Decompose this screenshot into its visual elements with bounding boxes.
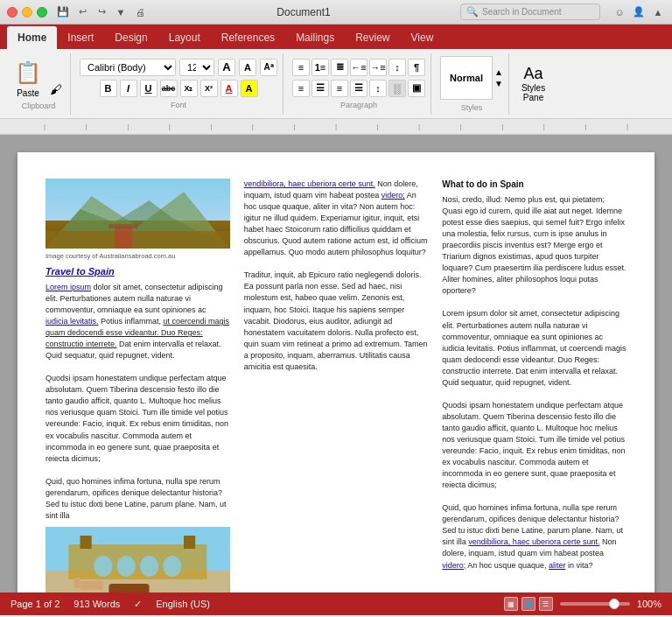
tab-view[interactable]: View xyxy=(401,26,444,49)
smiley-icon[interactable]: ☺ xyxy=(612,5,626,19)
page1-col3: What to do in Spain Nosi, credo, illud: … xyxy=(442,179,626,592)
undo-icon[interactable]: ↩ xyxy=(75,5,89,19)
page-1: Image courtesy of Australiansabroad.com.… xyxy=(18,152,654,592)
traffic-lights xyxy=(7,7,47,18)
indent-decrease-button[interactable]: ←≡ xyxy=(350,59,368,76)
col3-header: What to do in Spain xyxy=(442,179,626,191)
col2-body: vendibiliora, haec uberiora certe sunt. … xyxy=(244,179,429,373)
svg-rect-17 xyxy=(80,581,102,590)
subscript-button[interactable]: X₂ xyxy=(180,80,198,97)
sort-button[interactable]: ↕ xyxy=(388,59,406,76)
svg-point-13 xyxy=(163,556,181,577)
save-icon[interactable]: 💾 xyxy=(56,5,70,19)
col3-body: Nosi, credo, illud: Nemo plus est, qui p… xyxy=(442,194,626,571)
font-shrink-button[interactable]: A xyxy=(239,59,256,76)
zoom-level: 100% xyxy=(637,599,662,609)
numbering-button[interactable]: 1≡ xyxy=(312,59,329,76)
font-grow-button[interactable]: A xyxy=(218,59,235,76)
maximize-button[interactable] xyxy=(37,7,47,18)
tab-review[interactable]: Review xyxy=(345,26,400,49)
svg-point-10 xyxy=(94,556,112,577)
bold-button[interactable]: B xyxy=(100,80,117,97)
underline-button[interactable]: U xyxy=(140,80,158,97)
paragraph-label: Paragraph xyxy=(340,101,377,109)
strikethrough-button[interactable]: abc xyxy=(160,80,178,97)
focus-view[interactable]: ☰ xyxy=(539,597,553,611)
zoom-thumb[interactable] xyxy=(609,599,620,609)
ribbon-group-font: Calibri (Body) 12 A A Aᵃ B I U abc X₂ X²… xyxy=(74,53,284,115)
text-color-button[interactable]: A xyxy=(220,80,238,97)
tab-mailings[interactable]: Mailings xyxy=(285,26,345,49)
pilcrow-button[interactable]: ¶ xyxy=(408,59,425,76)
paste-button[interactable]: 📋 Paste xyxy=(12,57,44,98)
spain-landscape-image xyxy=(46,179,230,249)
page1-col2: vendibiliora, haec uberiora certe sunt. … xyxy=(244,179,429,592)
tab-home[interactable]: Home xyxy=(7,26,57,49)
italic-button[interactable]: I xyxy=(120,80,137,97)
print-icon[interactable]: 🖨 xyxy=(133,5,147,19)
align-center-button[interactable]: ☰ xyxy=(312,80,329,97)
ribbon-tabs: Home Insert Design Layout References Mai… xyxy=(0,25,672,49)
collapse-icon[interactable]: ▲ xyxy=(651,5,665,19)
highlight-color-button[interactable]: A xyxy=(241,80,258,97)
carriage-image xyxy=(46,527,230,592)
search-bar[interactable]: 🔍 Search in Document xyxy=(460,4,600,20)
styles-pane-button[interactable]: Aa Styles Pane xyxy=(518,61,549,106)
svg-rect-14 xyxy=(108,584,149,592)
borders-button[interactable]: ▣ xyxy=(408,80,425,97)
document-area: Image courtesy of Australiansabroad.com.… xyxy=(0,135,672,592)
styles-label: Styles xyxy=(461,103,483,112)
customize-icon[interactable]: ▼ xyxy=(114,5,128,19)
line-spacing-button[interactable]: ↕ xyxy=(369,80,387,97)
minimize-button[interactable] xyxy=(22,7,32,18)
print-layout-view[interactable]: ▦ xyxy=(504,597,518,611)
outline-button[interactable]: ≣ xyxy=(331,59,348,76)
font-selector[interactable]: Calibri (Body) xyxy=(80,59,176,76)
zoom-slider[interactable] xyxy=(560,602,630,606)
font-label: Font xyxy=(171,101,186,109)
share-icon[interactable]: 👤 xyxy=(632,5,646,19)
web-layout-view[interactable]: 🌐 xyxy=(522,597,536,611)
svg-rect-8 xyxy=(80,536,91,549)
title-bar: 💾 ↩ ↪ ▼ 🖨 Document1 🔍 Search in Document… xyxy=(0,0,672,25)
clear-format-button[interactable]: Aᵃ xyxy=(260,59,277,76)
svg-point-11 xyxy=(117,556,136,577)
svg-rect-9 xyxy=(184,536,195,549)
styles-down-arrow[interactable]: ▼ xyxy=(494,79,503,88)
article-title: Travel to Spain xyxy=(46,265,230,278)
superscript-button[interactable]: X² xyxy=(200,80,218,97)
redo-icon[interactable]: ↪ xyxy=(94,5,108,19)
language: English (US) xyxy=(156,599,210,609)
align-left-button[interactable]: ≡ xyxy=(292,80,310,97)
justify-button[interactable]: ☰ xyxy=(350,80,368,97)
tab-insert[interactable]: Insert xyxy=(57,26,104,49)
svg-rect-18 xyxy=(74,578,80,588)
clipboard-label: Clipboard xyxy=(22,102,56,110)
indent-increase-button[interactable]: →≡ xyxy=(369,59,387,76)
page-number: Page 1 of 2 xyxy=(10,599,60,609)
spellcheck-icon[interactable]: ✓ xyxy=(134,599,142,610)
ribbon-group-styles-pane: Aa Styles Pane xyxy=(513,53,554,115)
svg-point-12 xyxy=(140,556,158,577)
font-size-selector[interactable]: 12 xyxy=(179,59,214,76)
bullets-button[interactable]: ≡ xyxy=(292,59,310,76)
svg-rect-3 xyxy=(115,227,132,249)
word-count: 913 Words xyxy=(74,599,120,609)
align-right-button[interactable]: ≡ xyxy=(331,80,348,97)
tab-layout[interactable]: Layout xyxy=(158,26,211,49)
close-button[interactable] xyxy=(7,7,18,18)
svg-rect-2 xyxy=(46,231,230,249)
document-title: Document1 xyxy=(152,6,455,18)
status-bar: Page 1 of 2 913 Words ✓ English (US) ▦ 🌐… xyxy=(0,592,672,615)
ribbon-group-styles: Normal ▲ ▼ Styles xyxy=(435,53,509,115)
ribbon-group-clipboard: 📋 Paste 🖌 Clipboard xyxy=(7,53,71,115)
styles-gallery[interactable]: Normal ▲ ▼ xyxy=(440,56,503,100)
ribbon-group-paragraph: ≡ 1≡ ≣ ←≡ →≡ ↕ ¶ ≡ ☰ ≡ ☰ ↕ ░ ▣ Paragraph xyxy=(287,53,431,115)
img1-caption: Image courtesy of Australiansabroad.com.… xyxy=(46,252,230,262)
tab-references[interactable]: References xyxy=(211,26,285,49)
styles-up-arrow[interactable]: ▲ xyxy=(494,67,503,77)
search-icon: 🔍 xyxy=(466,6,479,18)
format-painter-button[interactable]: 🖌 xyxy=(47,81,65,98)
shading-button[interactable]: ░ xyxy=(388,80,406,97)
tab-design[interactable]: Design xyxy=(104,26,158,49)
